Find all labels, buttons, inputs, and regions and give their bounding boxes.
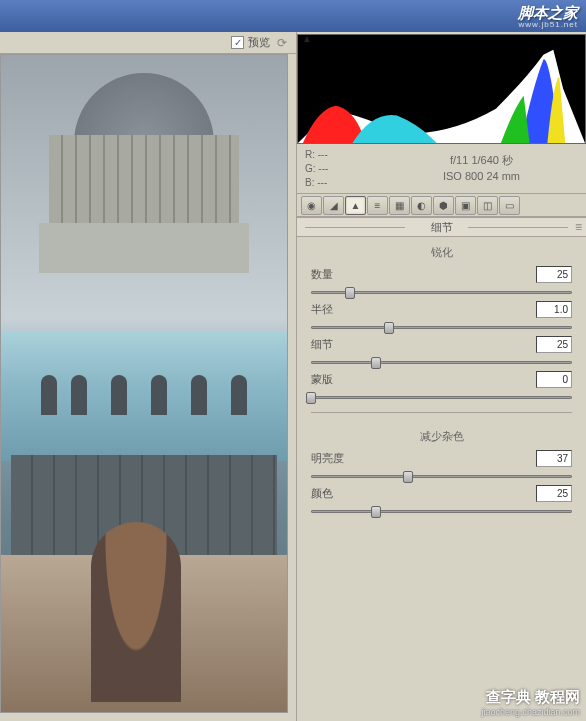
luminance-slider[interactable] — [311, 469, 572, 483]
info-row: R: --- G: --- B: --- f/11 1/640 秒 ISO 80… — [297, 144, 586, 194]
color-thumb[interactable] — [371, 506, 381, 518]
tool-split-icon[interactable]: ▦ — [389, 196, 410, 215]
tool-fx-icon[interactable]: ⬢ — [433, 196, 454, 215]
watermark-bottom-main: 查字典 教程网 — [481, 688, 580, 707]
section-sharpen: 锐化 — [297, 237, 586, 264]
masking-slider[interactable] — [311, 390, 572, 404]
rgb-readout: R: --- G: --- B: --- — [297, 144, 377, 193]
titlebar: 脚本之家 www.jb51.net — [0, 0, 586, 32]
tool-basic-icon[interactable]: ◉ — [301, 196, 322, 215]
histogram[interactable]: ▲ — [297, 34, 586, 144]
amount-label: 数量 — [311, 267, 333, 282]
masking-thumb[interactable] — [306, 392, 316, 404]
exif-readout: f/11 1/640 秒 ISO 800 24 mm — [377, 144, 586, 193]
b-value: B: --- — [305, 176, 369, 190]
refresh-icon[interactable]: ⟳ — [274, 35, 290, 51]
tool-detail-icon[interactable]: ▲ — [345, 196, 366, 215]
radius-slider[interactable] — [311, 320, 572, 334]
exif-line1: f/11 1/640 秒 — [381, 152, 582, 168]
masking-value[interactable]: 0 — [536, 371, 572, 388]
amount-slider[interactable] — [311, 285, 572, 299]
color-slider[interactable] — [311, 504, 572, 518]
tool-curve-icon[interactable]: ◢ — [323, 196, 344, 215]
g-value: G: --- — [305, 162, 369, 176]
detail-slider[interactable] — [311, 355, 572, 369]
luminance-value[interactable]: 37 — [536, 450, 572, 467]
preview-area — [0, 54, 296, 721]
preview-label: 预览 — [248, 35, 270, 50]
radius-value[interactable]: 1.0 — [536, 301, 572, 318]
slider-luminance: 明亮度 37 — [297, 448, 586, 483]
amount-value[interactable]: 25 — [536, 266, 572, 283]
preview-checkbox[interactable]: ✓ — [231, 36, 244, 49]
watermark-bottom-sub: jiaocheng.chazidian.com — [481, 707, 580, 717]
radius-thumb[interactable] — [384, 322, 394, 334]
slider-amount: 数量 25 — [297, 264, 586, 299]
divider — [311, 412, 572, 413]
detail-label: 细节 — [311, 337, 333, 352]
preview-image[interactable] — [0, 54, 288, 713]
detail-thumb[interactable] — [371, 357, 381, 369]
masking-label: 蒙版 — [311, 372, 333, 387]
slider-masking: 蒙版 0 — [297, 369, 586, 404]
color-label: 颜色 — [311, 486, 333, 501]
amount-thumb[interactable] — [345, 287, 355, 299]
settings-panel: ▲ R: --- G: --- B: --- f/11 1/640 秒 ISO … — [296, 32, 586, 721]
tool-preset-icon[interactable]: ◫ — [477, 196, 498, 215]
color-value[interactable]: 25 — [536, 485, 572, 502]
watermark-bottom: 查字典 教程网 jiaocheng.chazidian.com — [481, 688, 580, 717]
histogram-arrow-icon[interactable]: ▲ — [302, 33, 312, 44]
tool-hsl-icon[interactable]: ≡ — [367, 196, 388, 215]
panel-menu-icon[interactable]: ≡ — [575, 220, 582, 234]
panel-tab-detail[interactable]: 细节 ≡ — [297, 217, 586, 237]
luminance-label: 明亮度 — [311, 451, 344, 466]
exif-line2: ISO 800 24 mm — [381, 168, 582, 184]
watermark-top-url: www.jb51.net — [518, 20, 578, 29]
tool-lens-icon[interactable]: ◐ — [411, 196, 432, 215]
radius-label: 半径 — [311, 302, 333, 317]
slider-detail: 细节 25 — [297, 334, 586, 369]
panel-tab-label: 细节 — [431, 220, 453, 235]
tool-snapshot-icon[interactable]: ▭ — [499, 196, 520, 215]
slider-color: 颜色 25 — [297, 483, 586, 518]
luminance-thumb[interactable] — [403, 471, 413, 483]
section-noise: 减少杂色 — [297, 421, 586, 448]
tool-camera-icon[interactable]: ▣ — [455, 196, 476, 215]
r-value: R: --- — [305, 148, 369, 162]
preview-panel: ✓ 预览 ⟳ — [0, 32, 296, 721]
preview-toolbar: ✓ 预览 ⟳ — [0, 32, 296, 54]
slider-radius: 半径 1.0 — [297, 299, 586, 334]
tool-row: ◉ ◢ ▲ ≡ ▦ ◐ ⬢ ▣ ◫ ▭ — [297, 194, 586, 217]
detail-value[interactable]: 25 — [536, 336, 572, 353]
